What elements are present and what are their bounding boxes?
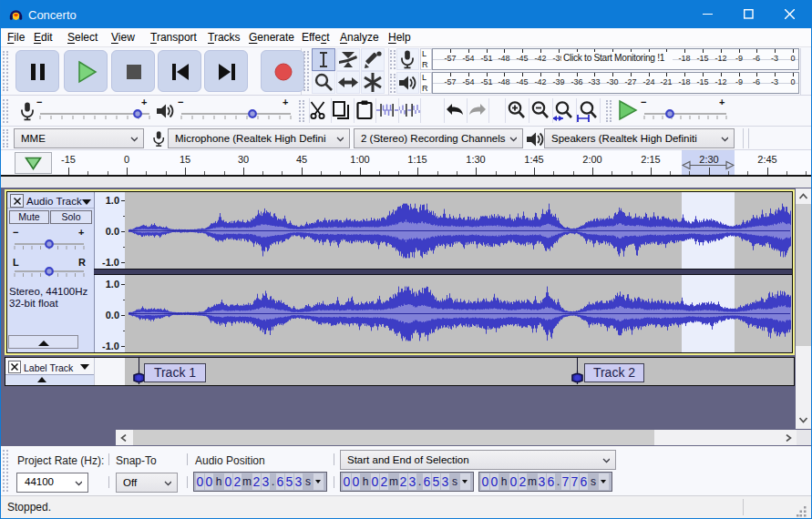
svg-text:+: + bbox=[719, 98, 725, 107]
svg-text:L: L bbox=[13, 259, 19, 268]
svg-text:−: − bbox=[178, 98, 183, 107]
svg-text:+: + bbox=[141, 98, 147, 107]
svg-text:+: + bbox=[283, 98, 288, 107]
svg-text:+: + bbox=[78, 228, 84, 238]
svg-text:−: − bbox=[641, 98, 646, 107]
svg-text:−: − bbox=[13, 228, 18, 238]
svg-text:−: − bbox=[36, 98, 42, 107]
svg-text:R: R bbox=[78, 259, 86, 268]
